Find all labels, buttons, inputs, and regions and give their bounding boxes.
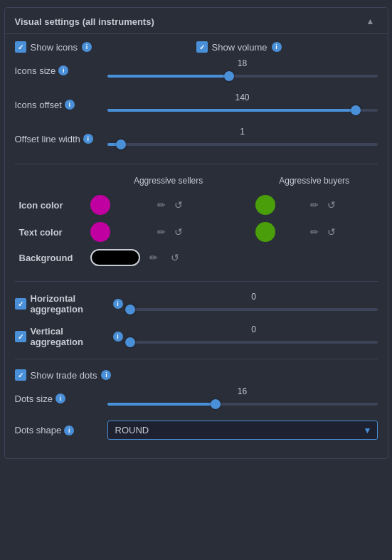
horizontal-agg-row: Horizontalaggregation i 0 <box>5 287 388 320</box>
dots-size-slider-container: 16 <box>100 386 378 411</box>
show-trade-dots-info[interactable]: i <box>101 370 111 380</box>
icons-size-row: Icons size i 18 <box>15 58 378 83</box>
sellers-text-color-swatch[interactable] <box>90 222 110 242</box>
offset-line-width-info[interactable]: i <box>83 134 93 144</box>
vertical-agg-info[interactable]: i <box>113 332 123 342</box>
dots-shape-select-container: ROUND SQUARE DIAMOND ▼ <box>107 421 378 440</box>
background-reset[interactable]: ↺ <box>167 251 183 264</box>
background-label: Background <box>15 245 86 270</box>
icon-color-label: Icon color <box>15 191 86 218</box>
show-icons-checkbox[interactable] <box>15 41 26 53</box>
divider-1 <box>15 164 378 164</box>
dots-shape-label: Dots shape <box>15 425 62 435</box>
icon-color-row: Icon color ✏ ↺ <box>15 191 378 218</box>
horizontal-agg-slider[interactable] <box>130 303 378 316</box>
icons-size-slider[interactable] <box>107 70 378 83</box>
color-table: Aggressive sellers Aggressive buyers Ico… <box>15 173 378 270</box>
vertical-agg-row: Verticalaggregation i 0 <box>5 320 388 353</box>
divider-2 <box>15 281 378 282</box>
dots-size-info[interactable]: i <box>55 393 65 403</box>
horizontal-agg-label: Horizontalaggregation <box>31 293 109 315</box>
show-icons-label: Show icons <box>31 42 78 53</box>
sellers-icon-color-eyedropper[interactable]: ✏ <box>154 199 169 211</box>
show-volume-row: Show volume i <box>196 41 378 53</box>
show-trade-dots-label: Show trade dots <box>31 370 97 381</box>
sellers-icon-color-reset[interactable]: ↺ <box>171 199 186 211</box>
panel-header: Visual settings (all instruments) ▲ <box>5 8 388 34</box>
icons-offset-info[interactable]: i <box>65 100 75 110</box>
offset-line-width-row: Offset line width i 1 <box>15 127 378 151</box>
show-icons-info[interactable]: i <box>82 42 92 52</box>
visual-settings-panel: Visual settings (all instruments) ▲ Show… <box>4 7 388 459</box>
panel-title: Visual settings (all instruments) <box>15 16 154 27</box>
dots-shape-info[interactable]: i <box>64 426 74 435</box>
text-color-label: Text color <box>15 218 86 245</box>
sellers-text-color-reset[interactable]: ↺ <box>171 226 186 238</box>
dots-size-row: Dots size i 16 <box>15 386 378 411</box>
text-color-row: Text color ✏ ↺ <box>15 218 378 245</box>
sellers-text-color-eyedropper[interactable]: ✏ <box>154 226 169 238</box>
show-volume-info[interactable]: i <box>272 42 282 52</box>
show-volume-checkbox[interactable] <box>196 41 208 53</box>
buyers-text-color-swatch[interactable] <box>255 222 275 242</box>
col-buyers-header: Aggressive buyers <box>251 173 378 191</box>
vertical-agg-label: Verticalaggregation <box>31 326 109 347</box>
vertical-agg-value: 0 <box>251 324 256 334</box>
icons-size-value: 18 <box>238 58 247 68</box>
icons-offset-slider-container: 140 <box>100 93 378 117</box>
buyers-icon-color-reset[interactable]: ↺ <box>324 199 339 211</box>
icons-size-label: Icons size <box>15 65 56 76</box>
dots-size-slider[interactable] <box>107 398 378 411</box>
buyers-text-color-reset[interactable]: ↺ <box>324 226 339 238</box>
horizontal-agg-info[interactable]: i <box>113 299 123 309</box>
vertical-agg-checkbox[interactable] <box>15 331 26 342</box>
icons-offset-label: Icons offset <box>15 100 62 110</box>
horizontal-agg-slider-container: 0 <box>123 292 378 316</box>
sellers-icon-color-swatch[interactable] <box>90 195 110 215</box>
offset-line-width-slider-container: 1 <box>100 127 378 151</box>
show-trade-dots-checkbox[interactable] <box>15 369 26 381</box>
icons-size-slider-container: 18 <box>100 58 378 83</box>
horizontal-agg-checkbox[interactable] <box>15 298 26 310</box>
dots-size-value: 16 <box>238 386 247 396</box>
divider-3 <box>15 359 378 359</box>
show-icons-row: Show icons i <box>15 41 196 53</box>
horizontal-agg-value: 0 <box>251 292 256 302</box>
background-eyedropper[interactable]: ✏ <box>146 251 161 264</box>
offset-line-width-slider[interactable] <box>107 138 378 151</box>
dots-shape-row: Dots shape i ROUND SQUARE DIAMOND ▼ <box>15 421 378 440</box>
vertical-agg-slider-container: 0 <box>123 324 378 349</box>
vertical-agg-slider[interactable] <box>130 336 378 349</box>
buyers-icon-color-eyedropper[interactable]: ✏ <box>307 199 322 211</box>
col-sellers-header: Aggressive sellers <box>86 173 251 191</box>
offset-line-width-value: 1 <box>240 127 245 137</box>
background-color-swatch[interactable] <box>90 249 140 266</box>
icons-offset-row: Icons offset i 140 <box>15 93 378 117</box>
dots-size-label: Dots size <box>15 393 53 404</box>
offset-line-width-label: Offset line width <box>15 134 80 144</box>
buyers-icon-color-swatch[interactable] <box>255 195 275 215</box>
icons-size-info[interactable]: i <box>58 65 68 75</box>
buyers-text-color-eyedropper[interactable]: ✏ <box>307 226 322 238</box>
collapse-button[interactable]: ▲ <box>364 15 378 28</box>
show-volume-label: Show volume <box>212 42 267 53</box>
background-row: Background ✏ ↺ <box>15 245 378 270</box>
show-trade-dots-row: Show trade dots i <box>15 369 378 381</box>
dots-shape-select[interactable]: ROUND SQUARE DIAMOND <box>107 421 378 440</box>
icons-offset-slider[interactable] <box>107 104 378 117</box>
icons-offset-value: 140 <box>235 93 249 102</box>
